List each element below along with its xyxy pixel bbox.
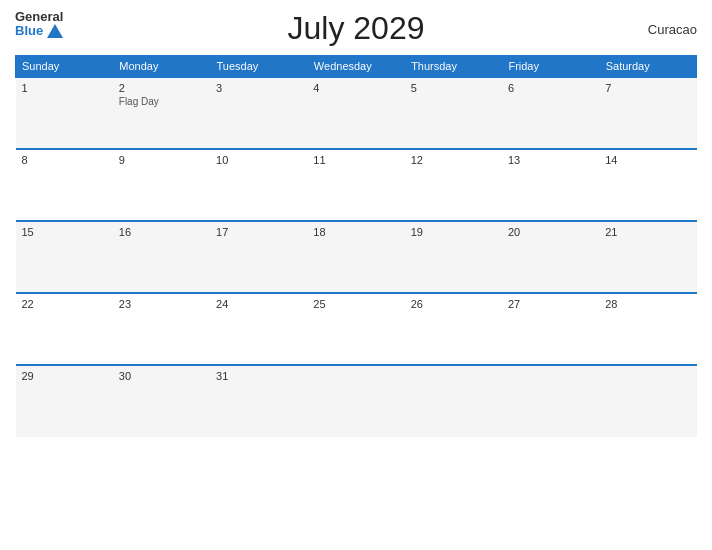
calendar-day-cell: 16: [113, 221, 210, 293]
calendar-day-cell: 28: [599, 293, 696, 365]
calendar-day-cell: 12: [405, 149, 502, 221]
calendar-day-cell: 3: [210, 77, 307, 149]
day-number: 31: [216, 370, 228, 382]
day-number: 11: [313, 154, 325, 166]
header-tuesday: Tuesday: [210, 56, 307, 78]
calendar-body: 12Flag Day345678910111213141516171819202…: [16, 77, 697, 437]
day-number: 21: [605, 226, 617, 238]
calendar-day-cell: 11: [307, 149, 404, 221]
day-number: 8: [22, 154, 28, 166]
day-number: 12: [411, 154, 423, 166]
calendar-day-cell: [502, 365, 599, 437]
calendar-week-row: 22232425262728: [16, 293, 697, 365]
day-number: 18: [313, 226, 325, 238]
calendar-day-cell: 17: [210, 221, 307, 293]
calendar-day-cell: 27: [502, 293, 599, 365]
day-number: 13: [508, 154, 520, 166]
day-number: 2: [119, 82, 125, 94]
calendar-day-cell: 14: [599, 149, 696, 221]
calendar-week-row: 293031: [16, 365, 697, 437]
calendar-day-cell: 9: [113, 149, 210, 221]
day-number: 24: [216, 298, 228, 310]
calendar-day-cell: 7: [599, 77, 696, 149]
day-number: 25: [313, 298, 325, 310]
calendar-day-cell: 5: [405, 77, 502, 149]
day-number: 30: [119, 370, 131, 382]
day-number: 7: [605, 82, 611, 94]
day-number: 17: [216, 226, 228, 238]
day-number: 9: [119, 154, 125, 166]
calendar-day-cell: 22: [16, 293, 113, 365]
logo-triangle-icon: [47, 24, 63, 38]
calendar-day-cell: [405, 365, 502, 437]
day-event-label: Flag Day: [119, 96, 204, 107]
calendar-day-cell: 13: [502, 149, 599, 221]
calendar-day-cell: 15: [16, 221, 113, 293]
day-number: 27: [508, 298, 520, 310]
country-label: Curacao: [648, 21, 697, 36]
day-number: 6: [508, 82, 514, 94]
day-number: 15: [22, 226, 34, 238]
calendar-day-cell: 10: [210, 149, 307, 221]
day-number: 22: [22, 298, 34, 310]
calendar-day-cell: [599, 365, 696, 437]
calendar-week-row: 15161718192021: [16, 221, 697, 293]
calendar-wrapper: General Blue July 2029 Curacao Sunday Mo…: [0, 0, 712, 550]
calendar-day-cell: 31: [210, 365, 307, 437]
calendar-day-cell: [307, 365, 404, 437]
day-number: 14: [605, 154, 617, 166]
day-number: 28: [605, 298, 617, 310]
calendar-table: Sunday Monday Tuesday Wednesday Thursday…: [15, 55, 697, 437]
day-number: 23: [119, 298, 131, 310]
header-monday: Monday: [113, 56, 210, 78]
day-number: 19: [411, 226, 423, 238]
calendar-header: General Blue July 2029 Curacao: [15, 10, 697, 47]
header-thursday: Thursday: [405, 56, 502, 78]
header-sunday: Sunday: [16, 56, 113, 78]
day-number: 26: [411, 298, 423, 310]
day-number: 4: [313, 82, 319, 94]
calendar-week-row: 12Flag Day34567: [16, 77, 697, 149]
calendar-title: July 2029: [288, 10, 425, 47]
calendar-day-cell: 23: [113, 293, 210, 365]
day-number: 10: [216, 154, 228, 166]
calendar-day-cell: 26: [405, 293, 502, 365]
day-number: 1: [22, 82, 28, 94]
day-number: 16: [119, 226, 131, 238]
calendar-day-cell: 18: [307, 221, 404, 293]
header-saturday: Saturday: [599, 56, 696, 78]
calendar-day-cell: 25: [307, 293, 404, 365]
logo-general-text: General: [15, 10, 63, 24]
header-wednesday: Wednesday: [307, 56, 404, 78]
calendar-day-cell: 24: [210, 293, 307, 365]
calendar-day-cell: 8: [16, 149, 113, 221]
calendar-day-cell: 20: [502, 221, 599, 293]
header-friday: Friday: [502, 56, 599, 78]
day-headers-row: Sunday Monday Tuesday Wednesday Thursday…: [16, 56, 697, 78]
calendar-day-cell: 29: [16, 365, 113, 437]
calendar-week-row: 891011121314: [16, 149, 697, 221]
calendar-day-cell: 2Flag Day: [113, 77, 210, 149]
calendar-day-cell: 4: [307, 77, 404, 149]
day-number: 3: [216, 82, 222, 94]
day-number: 5: [411, 82, 417, 94]
calendar-day-cell: 19: [405, 221, 502, 293]
logo: General Blue: [15, 10, 63, 39]
calendar-day-cell: 30: [113, 365, 210, 437]
day-number: 29: [22, 370, 34, 382]
day-number: 20: [508, 226, 520, 238]
calendar-day-cell: 1: [16, 77, 113, 149]
calendar-day-cell: 21: [599, 221, 696, 293]
calendar-day-cell: 6: [502, 77, 599, 149]
logo-blue-text: Blue: [15, 24, 63, 38]
